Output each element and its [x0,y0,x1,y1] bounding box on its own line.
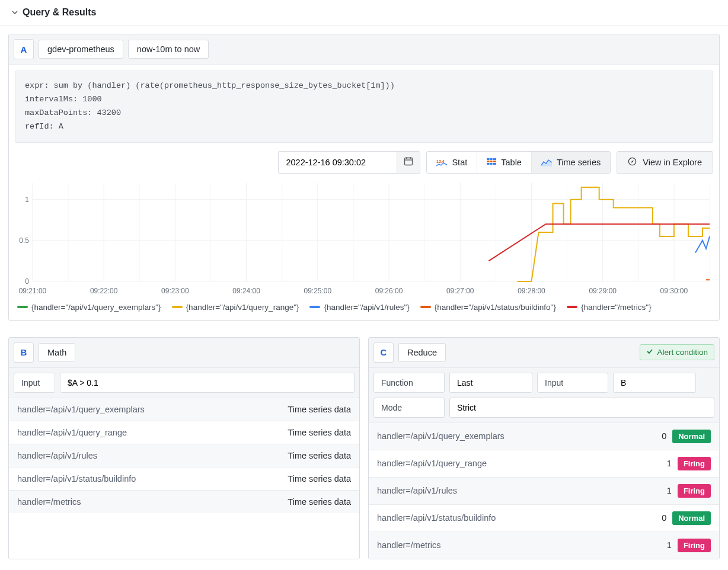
svg-text:1: 1 [25,195,29,203]
svg-text:09:29:00: 09:29:00 [589,287,617,295]
series-name: handler=/api/v1/query_exemplars [377,431,505,441]
svg-text:0.5: 0.5 [19,236,29,245]
timeseries-icon [541,158,552,166]
legend-swatch [567,306,577,308]
panel-b-input-field[interactable] [60,373,355,393]
panel-c-input-field[interactable] [613,373,696,393]
result-row: handler=/metrics 1 Firing [369,531,719,559]
compass-icon [628,157,637,168]
panel-c-mode-field[interactable] [449,398,714,418]
series-type: Time series data [288,405,351,414]
stat-icon: 12.4 [436,158,447,166]
series-name: handler=/metrics [17,497,81,507]
series-value: 1 [667,540,672,550]
svg-text:09:30:00: 09:30:00 [660,287,688,295]
svg-rect-7 [487,163,496,165]
panel-c-results: handler=/api/v1/query_exemplars 0 Normal… [369,422,719,559]
result-row: handler=/api/v1/status/buildinfoTime ser… [9,467,359,490]
view-in-explore-button[interactable]: View in Explore [617,151,713,174]
panel-c-function-field[interactable] [449,373,532,393]
query-text: expr: sum by (handler) (rate(prometheus_… [15,71,713,143]
panel-c-row2: Mode [369,398,719,422]
alert-condition-label: Alert condition [657,348,708,357]
legend-label: {handler="/api/v1/rules"} [324,303,409,312]
time-range-picker[interactable]: now-10m to now [128,40,209,59]
calendar-button[interactable] [397,151,420,174]
result-row: handler=/api/v1/query_exemplarsTime seri… [9,398,359,421]
check-icon [646,348,653,357]
legend-label: {handler="/api/v1/query_range"} [186,303,299,312]
svg-rect-6 [487,161,496,162]
chart-legend: {handler="/api/v1/query_exemplars"}{hand… [9,302,719,320]
legend-item[interactable]: {handler="/metrics"} [567,303,652,312]
section-title: Query & Results [23,7,96,18]
series-type: Time series data [288,474,351,483]
datasource-picker[interactable]: gdev-prometheus [39,40,123,59]
view-stat-button[interactable]: 12.4 Stat [427,152,477,173]
result-row: handler=/api/v1/rulesTime series data [9,444,359,467]
series-type: Time series data [288,428,351,437]
series-name: handler=/api/v1/query_exemplars [17,405,145,414]
series-value: 1 [667,459,672,468]
timestamp-input[interactable] [278,151,397,174]
svg-text:09:24:00: 09:24:00 [232,287,260,295]
result-row: handler=/api/v1/query_exemplars 0 Normal [369,422,719,450]
alert-condition-badge[interactable]: Alert condition [640,344,714,360]
panel-c-input-label: Input [537,373,608,393]
legend-swatch [309,306,320,308]
legend-item[interactable]: {handler="/api/v1/query_exemplars"} [17,303,161,312]
svg-rect-5 [487,158,496,160]
svg-text:09:22:00: 09:22:00 [90,287,118,295]
series-type: Time series data [288,451,351,460]
query-panel-a: A gdev-prometheus now-10m to now expr: s… [8,34,720,321]
panel-c-header: C Reduce Alert condition [369,338,719,368]
state-badge: Firing [678,539,711,552]
series-name: handler=/api/v1/query_range [377,459,487,468]
series-value: 0 [662,431,666,441]
ref-badge-b: B [14,342,34,363]
chart-toolbar: 12.4 Stat Table Time series [9,149,719,180]
panel-c-function-label: Function [373,373,445,393]
ref-badge-c: C [373,342,394,363]
series-name: handler=/api/v1/status/buildinfo [17,474,136,483]
result-row: handler=/api/v1/rules 1 Firing [369,477,719,504]
svg-text:0: 0 [25,277,29,286]
ref-badge-a: A [14,39,34,59]
panel-b-results: handler=/api/v1/query_exemplarsTime seri… [9,398,359,513]
time-series-chart[interactable]: 00.5109:21:0009:22:0009:23:0009:24:0009:… [15,180,713,298]
state-badge: Normal [672,430,711,443]
series-value: 1 [667,486,672,495]
panel-c-mode-label: Mode [373,398,445,418]
expression-panel-c: C Reduce Alert condition Function Input … [368,337,720,559]
table-icon [487,158,496,166]
legend-item[interactable]: {handler="/api/v1/query_range"} [172,303,299,312]
legend-swatch [17,306,28,308]
panel-c-type[interactable]: Reduce [398,343,446,362]
panel-b-input-label: Input [14,373,55,393]
chevron-down-icon [12,9,18,15]
calendar-icon [404,156,413,168]
view-in-explore-label: View in Explore [643,158,702,167]
series-type: Time series data [288,497,351,507]
view-mode-group: 12.4 Stat Table Time series [426,151,611,174]
legend-label: {handler="/api/v1/query_exemplars"} [31,303,161,312]
timestamp-input-group [278,151,420,174]
state-badge: Normal [672,511,711,525]
result-row: handler=/api/v1/query_rangeTime series d… [9,421,359,444]
state-badge: Firing [678,484,711,498]
svg-text:09:28:00: 09:28:00 [518,287,545,295]
result-row: handler=/api/v1/status/buildinfo 0 Norma… [369,504,719,531]
legend-item[interactable]: {handler="/api/v1/status/buildinfo"} [420,303,556,312]
result-row: handler=/metricsTime series data [9,490,359,513]
view-timeseries-label: Time series [557,158,601,167]
legend-label: {handler="/metrics"} [581,303,652,312]
series-value: 0 [662,513,666,523]
series-name: handler=/api/v1/rules [377,486,457,495]
view-table-button[interactable]: Table [477,152,532,173]
legend-item[interactable]: {handler="/api/v1/rules"} [309,303,409,312]
view-timeseries-button[interactable]: Time series [532,152,610,173]
series-name: handler=/api/v1/status/buildinfo [377,513,496,523]
panel-b-type[interactable]: Math [39,343,75,362]
section-header[interactable]: Query & Results [0,0,728,25]
view-table-label: Table [501,158,522,167]
